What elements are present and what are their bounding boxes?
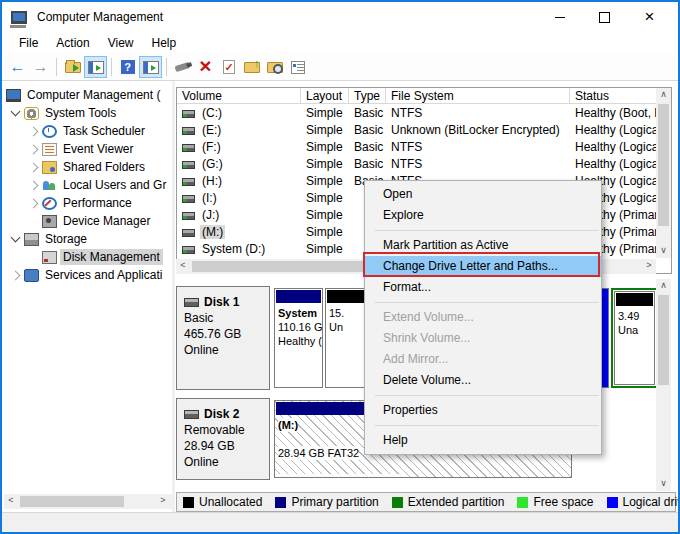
chevron-right-icon[interactable]: [29, 198, 39, 208]
disk-vscrollbar[interactable]: ∧ ∨: [656, 279, 671, 491]
check-button[interactable]: [217, 56, 240, 78]
chevron-down-icon[interactable]: [11, 233, 21, 243]
volume-row-g[interactable]: (G:)SimpleBasicNTFSHealthy (Logical D: [177, 155, 671, 172]
volume-row-f[interactable]: (F:)SimpleBasicNTFSHealthy (Logical D: [177, 138, 671, 155]
context-menu-item-open[interactable]: Open: [365, 184, 601, 205]
column-header-file-system[interactable]: File System: [386, 88, 570, 103]
context-menu-item-change-drive-letter-and-paths[interactable]: Change Drive Letter and Paths...: [365, 256, 601, 277]
tree-item-task-scheduler[interactable]: Task Scheduler: [4, 122, 172, 140]
context-menu-item-mark-partition-as-active[interactable]: Mark Partition as Active: [365, 235, 601, 256]
volume-scroll-left-icon[interactable]: <: [176, 259, 190, 274]
tree-hscrollbar[interactable]: < >: [4, 494, 172, 509]
chevron-down-icon[interactable]: [11, 107, 21, 117]
back-button[interactable]: [6, 56, 29, 78]
context-menu-item-properties[interactable]: Properties: [365, 400, 601, 421]
console-tree-button[interactable]: [84, 56, 107, 78]
context-menu-item-delete-volume[interactable]: Delete Volume...: [365, 370, 601, 391]
help-icon: [121, 60, 135, 74]
tree-scroll-right-icon[interactable]: >: [156, 494, 170, 509]
computer-icon: [6, 89, 21, 102]
volume-name-cell: (F:): [177, 140, 301, 154]
tree-item-event-viewer[interactable]: Event Viewer: [4, 140, 172, 158]
tree-item-label: Local Users and Gr: [60, 177, 169, 193]
menu-action[interactable]: Action: [47, 33, 98, 53]
close-button[interactable]: [627, 2, 672, 32]
tree-item-disk-management[interactable]: Disk Management: [4, 248, 172, 266]
tree-scroll-left-icon[interactable]: <: [4, 494, 18, 509]
title-bar: Computer Management: [2, 2, 678, 32]
context-menu-item-format[interactable]: Format...: [365, 277, 601, 298]
pointer-tool-button[interactable]: [171, 56, 194, 78]
menu-view[interactable]: View: [99, 33, 143, 53]
chevron-right-icon[interactable]: [29, 144, 39, 154]
volume-name-label: (F:): [200, 140, 223, 154]
tree-scroll-thumb[interactable]: [20, 496, 124, 507]
tree-item-local-users-and-gr[interactable]: Local Users and Gr: [4, 176, 172, 194]
legend-item-primary-partition: Primary partition: [275, 495, 378, 509]
tree-item-storage[interactable]: Storage: [4, 230, 172, 248]
properties-button[interactable]: [286, 56, 309, 78]
volume-scroll-thumb[interactable]: [658, 104, 669, 226]
tree-item-system-tools[interactable]: System Tools: [4, 104, 172, 122]
tree-item-device-manager[interactable]: Device Manager: [4, 212, 172, 230]
context-menu-item-explore[interactable]: Explore: [365, 205, 601, 226]
menu-help[interactable]: Help: [143, 33, 186, 53]
volume-scroll-up-icon[interactable]: ∧: [656, 88, 671, 102]
volume-name-cell: (C:): [177, 106, 301, 120]
disk-header-disk-1[interactable]: Disk 1Basic465.76 GBOnline: [176, 286, 270, 390]
chevron-right-icon[interactable]: [11, 270, 21, 280]
up-level-button[interactable]: [61, 56, 84, 78]
menu-separator: [375, 302, 599, 303]
folder-search-button[interactable]: [263, 56, 286, 78]
action-pane-icon: [143, 61, 159, 74]
menu-separator: [375, 395, 599, 396]
help-button[interactable]: [116, 56, 139, 78]
folder-up-button[interactable]: [240, 56, 263, 78]
toolbar-separator: [166, 58, 167, 76]
column-header-volume[interactable]: Volume: [177, 88, 301, 103]
disk-scroll-thumb[interactable]: [658, 295, 669, 385]
disk-status: Online: [184, 454, 269, 470]
disk-name-label: Disk 2: [204, 406, 239, 422]
partition-status: Una: [618, 324, 638, 336]
volume-scroll-down-icon[interactable]: ∨: [656, 244, 671, 258]
volume-scroll-right-icon[interactable]: >: [642, 259, 656, 274]
forward-button[interactable]: [29, 56, 52, 78]
column-header-status[interactable]: Status: [570, 88, 666, 103]
volume-row-c[interactable]: (C:)SimpleBasicNTFSHealthy (Boot, Pa: [177, 104, 671, 121]
legend-label: Unallocated: [199, 495, 262, 509]
column-header-type[interactable]: Type: [349, 88, 386, 103]
minimize-button[interactable]: [537, 2, 582, 32]
volume-row-e[interactable]: (E:)SimpleBasicUnknown (BitLocker Encryp…: [177, 121, 671, 138]
volume-icon: [182, 110, 195, 118]
disk-scroll-down-icon[interactable]: ∨: [656, 477, 671, 491]
tree-item-performance[interactable]: Performance: [4, 194, 172, 212]
column-header-layout[interactable]: Layout: [301, 88, 349, 103]
pane-splitter[interactable]: [172, 81, 175, 512]
volume-name-cell: (I:): [177, 191, 301, 205]
volume-list-header: VolumeLayoutTypeFile SystemStatus: [177, 88, 671, 104]
partition-status: Healthy (Primary Partition): [278, 474, 407, 478]
volume-icon: [182, 212, 195, 220]
chevron-right-icon[interactable]: [29, 162, 39, 172]
action-pane-button[interactable]: [139, 56, 162, 78]
disk-scroll-up-icon[interactable]: ∧: [656, 279, 671, 293]
delete-button[interactable]: [194, 56, 217, 78]
volume-name-cell: (E:): [177, 123, 301, 137]
partition-system[interactable]: System110.16 GBHealthy (: [274, 288, 323, 388]
tree-item-services-and-applicati[interactable]: Services and Applicati: [4, 266, 172, 284]
menu-file[interactable]: File: [10, 33, 47, 53]
chevron-placeholder: [29, 252, 39, 262]
volume-type-cell: Basic: [349, 123, 386, 137]
tree-item-shared-folders[interactable]: Shared Folders: [4, 158, 172, 176]
context-menu-item-help[interactable]: Help: [365, 430, 601, 451]
check-icon: [223, 60, 235, 74]
volume-icon: [182, 195, 195, 203]
partition-unallocated[interactable]: 3.49Una: [614, 291, 655, 385]
disk-header-disk-2[interactable]: Disk 2Removable28.94 GBOnline: [176, 398, 270, 480]
maximize-button[interactable]: [582, 2, 627, 32]
chevron-right-icon[interactable]: [29, 180, 39, 190]
chevron-right-icon[interactable]: [29, 126, 39, 136]
tree-item-computer-management[interactable]: Computer Management (: [4, 86, 172, 104]
volume-vscrollbar[interactable]: ∧ ∨: [656, 88, 671, 258]
